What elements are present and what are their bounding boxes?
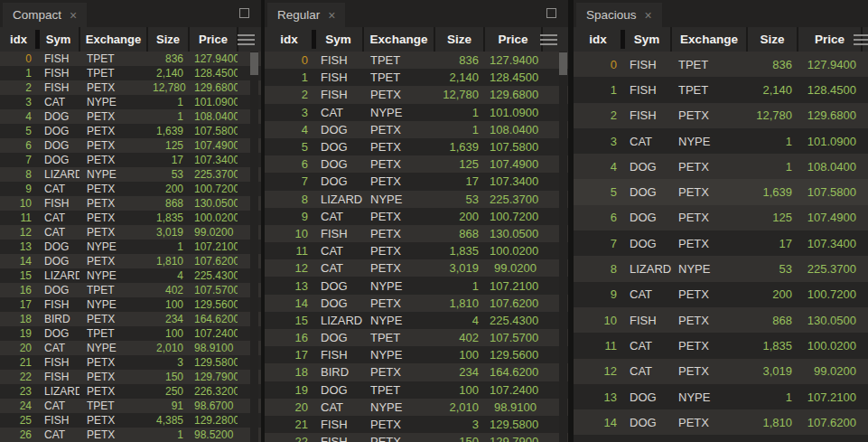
- table-row[interactable]: 15LIZARDNYPE4225.4300: [0, 268, 261, 283]
- table-row[interactable]: 1FISHTPET2,140128.4500: [265, 69, 568, 86]
- table-row[interactable]: 7DOGPETX17107.3400: [574, 230, 868, 256]
- table-row[interactable]: 17FISHNYPE100129.5600: [0, 297, 261, 312]
- column-header-size[interactable]: Size: [147, 33, 189, 46]
- tab-spacious[interactable]: Spacious ×: [576, 3, 662, 27]
- column-header-price[interactable]: Price: [189, 33, 238, 46]
- table-row[interactable]: 12CATPETX3,01999.0200: [0, 225, 261, 240]
- table-row[interactable]: 14DOGPETX1,810107.6200: [574, 409, 868, 435]
- table-row[interactable]: 8LIZARDNYPE53225.3700: [574, 256, 868, 281]
- table-row[interactable]: 12CATPETX3,01999.0200: [265, 259, 568, 277]
- table-row[interactable]: 13DOGNYPE1107.2100: [0, 240, 261, 254]
- table-row[interactable]: 10FISHPETX868130.0500: [574, 307, 868, 333]
- column-header-sym[interactable]: Sym: [313, 33, 363, 46]
- table-row[interactable]: 8LIZARDNYPE53225.3700: [265, 191, 568, 208]
- vertical-scrollbar[interactable]: [559, 52, 567, 442]
- table-row[interactable]: 6DOGPETX125107.4900: [265, 155, 568, 173]
- table-row[interactable]: 12CATPETX3,01999.0200: [574, 359, 868, 384]
- table-row[interactable]: 2FISHPETX12,780129.6800: [574, 103, 868, 128]
- maximize-icon[interactable]: [546, 8, 556, 18]
- column-header-sym[interactable]: Sym: [622, 33, 671, 46]
- table-row[interactable]: 5DOGPETX1,639107.5800: [0, 124, 261, 138]
- scrollbar-thumb[interactable]: [250, 52, 258, 75]
- table-row[interactable]: 2FISHPETX12,780129.6800: [0, 80, 261, 95]
- column-header-sym[interactable]: Sym: [37, 33, 79, 46]
- table-row[interactable]: 4DOGPETX1108.0400: [0, 109, 261, 124]
- menu-icon[interactable]: [854, 34, 868, 45]
- column-header-price[interactable]: Price: [484, 33, 542, 46]
- table-row[interactable]: 0FISHTPET836127.9400: [574, 52, 868, 77]
- menu-icon[interactable]: [238, 34, 255, 45]
- table-row[interactable]: 16DOGTPET402107.5700: [0, 283, 261, 297]
- table-row[interactable]: 0FISHTPET836127.9400: [265, 52, 568, 69]
- table-row[interactable]: 19DOGTPET100107.2400: [0, 326, 261, 341]
- table-row[interactable]: 9CATPETX200100.7200: [265, 208, 568, 225]
- column-separator: [797, 27, 798, 52]
- column-header-exchange[interactable]: Exchange: [363, 33, 434, 46]
- table-row[interactable]: 24CATTPET9198.6700: [0, 399, 261, 413]
- table-row[interactable]: 11CATPETX1,835100.0200: [265, 242, 568, 259]
- column-header-idx[interactable]: idx: [574, 33, 622, 46]
- table-row[interactable]: 1FISHTPET2,140128.4500: [574, 77, 868, 102]
- table-row[interactable]: 7DOGPETX17107.3400: [265, 173, 568, 190]
- scrollbar-thumb[interactable]: [559, 52, 567, 75]
- table-row[interactable]: 19DOGTPET100107.2400: [265, 381, 568, 399]
- column-header-idx[interactable]: idx: [0, 33, 37, 46]
- table-row[interactable]: 11CATPETX1,835100.0200: [0, 211, 261, 225]
- column-header-price[interactable]: Price: [798, 33, 862, 46]
- table-row[interactable]: 3CATNYPE1101.0900: [265, 104, 568, 121]
- cell-size: 100: [434, 348, 484, 362]
- table-row[interactable]: 7DOGPETX17107.3400: [0, 153, 261, 167]
- table-row[interactable]: 2FISHPETX12,780129.6800: [265, 86, 568, 103]
- column-header-exchange[interactable]: Exchange: [671, 33, 747, 46]
- table-row[interactable]: 4DOGPETX1108.0400: [574, 154, 868, 179]
- table-row[interactable]: 5DOGPETX1,639107.5800: [265, 138, 568, 155]
- tab-regular[interactable]: Regular ×: [267, 3, 345, 27]
- table-row[interactable]: 4DOGPETX1108.0400: [265, 121, 568, 138]
- table-row[interactable]: 3CATNYPE1101.0900: [0, 95, 261, 109]
- table-row[interactable]: 9CATPETX200100.7200: [574, 282, 868, 307]
- table-row[interactable]: 23LIZARDPETX250226.3200: [0, 384, 261, 399]
- table-row[interactable]: 26CATPETX198.5200: [0, 428, 261, 442]
- vertical-scrollbar[interactable]: [250, 52, 258, 442]
- table-row[interactable]: 17FISHNYPE100129.5600: [265, 346, 568, 363]
- tab-compact[interactable]: Compact ×: [3, 3, 87, 27]
- table-row[interactable]: 6DOGPETX125107.4900: [0, 138, 261, 153]
- maximize-icon[interactable]: [239, 8, 249, 18]
- table-row[interactable]: 22FISHPETX150129.7900: [0, 370, 261, 384]
- table-row[interactable]: 18BIRDPETX234164.6200: [0, 312, 261, 326]
- table-row[interactable]: 3CATNYPE1101.0900: [574, 128, 868, 154]
- table-row[interactable]: 21FISHPETX3129.5800: [0, 355, 261, 370]
- table-row[interactable]: 18BIRDPETX234164.6200: [265, 363, 568, 381]
- table-row[interactable]: 16DOGTPET402107.5700: [265, 329, 568, 346]
- table-row[interactable]: 0FISHTPET836127.9400: [0, 52, 261, 66]
- table-row[interactable]: 8LIZARDNYPE53225.3700: [0, 167, 261, 182]
- table-row[interactable]: 15LIZARDNYPE4225.4300: [265, 312, 568, 329]
- table-row[interactable]: 22FISHPETX150129.7900: [265, 433, 568, 442]
- close-icon[interactable]: ×: [70, 9, 77, 22]
- close-icon[interactable]: ×: [645, 9, 652, 22]
- table-row[interactable]: 10FISHPETX868130.0500: [265, 225, 568, 242]
- close-icon[interactable]: ×: [328, 9, 335, 22]
- table-row[interactable]: 5DOGPETX1,639107.5800: [574, 179, 868, 204]
- column-header-size[interactable]: Size: [747, 33, 798, 46]
- table-row[interactable]: 21FISHPETX3129.5800: [265, 416, 568, 433]
- table-row[interactable]: 13DOGNYPE1107.2100: [265, 277, 568, 294]
- table-row[interactable]: 6DOGPETX125107.4900: [574, 205, 868, 230]
- table-row[interactable]: 20CATNYPE2,01098.9100: [0, 341, 261, 355]
- column-header-idx[interactable]: idx: [265, 33, 313, 46]
- table-row[interactable]: 1FISHTPET2,140128.4500: [0, 66, 261, 80]
- column-header-exchange[interactable]: Exchange: [79, 33, 147, 46]
- menu-icon[interactable]: [540, 34, 557, 45]
- cell-size: 200: [147, 183, 189, 195]
- table-row[interactable]: 20CATNYPE2,01098.9100: [265, 399, 568, 416]
- column-header-size[interactable]: Size: [434, 33, 484, 46]
- table-row[interactable]: 14DOGPETX1,810107.6200: [0, 254, 261, 268]
- table-row[interactable]: 9CATPETX200100.7200: [0, 182, 261, 196]
- table-row[interactable]: 11CATPETX1,835100.0200: [574, 333, 868, 358]
- table-row[interactable]: 15LIZARDNYPE4225.4300: [574, 435, 868, 442]
- table-row[interactable]: 14DOGPETX1,810107.6200: [265, 295, 568, 312]
- table-row[interactable]: 25FISHPETX4,385129.2800: [0, 413, 261, 428]
- table-row[interactable]: 13DOGNYPE1107.2100: [574, 384, 868, 409]
- cell-price: 130.0500: [484, 227, 542, 240]
- table-row[interactable]: 10FISHPETX868130.0500: [0, 196, 261, 211]
